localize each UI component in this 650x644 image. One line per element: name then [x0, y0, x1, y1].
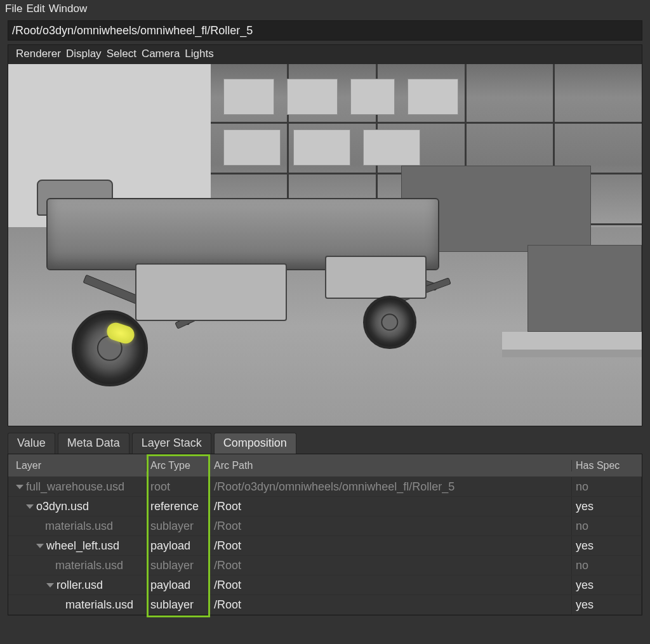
cell-has-spec: yes: [572, 497, 642, 516]
viewport-menubar: Renderer Display Select Camera Lights: [8, 45, 642, 64]
cell-arc-path: /Root: [210, 536, 572, 555]
table-row[interactable]: full_warehouse.usdroot/Root/o3dyn/omniwh…: [8, 477, 642, 497]
table-row[interactable]: materials.usdsublayer/Rootno: [8, 516, 642, 536]
disclosure-icon[interactable]: [36, 544, 44, 548]
cell-arc-type: payload: [147, 536, 210, 555]
cell-layer: full_warehouse.usd: [8, 477, 147, 496]
cell-arc-path: /Root: [210, 497, 572, 516]
cell-arc-path: /Root/o3dyn/omniwheels/omniwheel_fl/Roll…: [210, 477, 572, 496]
menu-file[interactable]: File: [5, 3, 22, 15]
vp-menu-camera[interactable]: Camera: [142, 48, 180, 60]
disclosure-icon[interactable]: [46, 583, 54, 588]
cell-layer: o3dyn.usd: [8, 497, 147, 516]
cell-layer: materials.usd: [8, 595, 147, 614]
col-arc-type[interactable]: Arc Type: [147, 460, 210, 471]
viewport-3d[interactable]: [8, 64, 642, 426]
cell-has-spec: yes: [572, 575, 642, 595]
tab-meta-data[interactable]: Meta Data: [58, 433, 129, 454]
cell-arc-path: /Root: [210, 556, 572, 575]
main-menubar: File Edit Window: [0, 0, 650, 19]
col-layer[interactable]: Layer: [8, 460, 147, 471]
col-has-spec[interactable]: Has Spec: [572, 460, 642, 471]
layer-name: o3dyn.usd: [36, 500, 89, 513]
layer-name: wheel_left.usd: [46, 539, 119, 553]
cell-has-spec: yes: [572, 536, 642, 555]
vp-menu-lights[interactable]: Lights: [185, 48, 213, 60]
cell-layer: materials.usd: [8, 556, 147, 575]
table-body: full_warehouse.usdroot/Root/o3dyn/omniwh…: [8, 477, 642, 615]
disclosure-icon[interactable]: [16, 485, 23, 489]
composition-table: Layer Arc Type Arc Path Has Spec full_wa…: [8, 454, 642, 615]
table-header: Layer Arc Type Arc Path Has Spec: [8, 454, 642, 477]
table-row[interactable]: materials.usdsublayer/Rootyes: [8, 595, 642, 615]
layer-name: materials.usd: [55, 559, 123, 572]
menu-window[interactable]: Window: [49, 3, 87, 15]
table-row[interactable]: materials.usdsublayer/Rootno: [8, 556, 642, 575]
cell-layer: wheel_left.usd: [8, 536, 147, 555]
cell-has-spec: no: [572, 516, 642, 536]
cell-has-spec: no: [572, 556, 642, 575]
cell-arc-type: payload: [147, 575, 210, 595]
cell-arc-path: /Root: [210, 516, 572, 536]
tab-value[interactable]: Value: [8, 433, 55, 454]
cell-arc-type: reference: [147, 497, 210, 516]
cell-has-spec: no: [572, 477, 642, 496]
tab-composition[interactable]: Composition: [214, 433, 296, 454]
vp-menu-renderer[interactable]: Renderer: [16, 48, 61, 60]
cell-arc-path: /Root: [210, 575, 572, 595]
inspector-tabs: Value Meta Data Layer Stack Composition: [8, 433, 642, 454]
menu-edit[interactable]: Edit: [26, 3, 44, 15]
tab-layer-stack[interactable]: Layer Stack: [132, 433, 211, 454]
cell-arc-type: sublayer: [147, 516, 210, 536]
vp-menu-display[interactable]: Display: [66, 48, 102, 60]
vp-menu-select[interactable]: Select: [107, 48, 136, 60]
cell-layer: roller.usd: [8, 575, 147, 595]
layer-name: full_warehouse.usd: [26, 480, 124, 494]
cell-has-spec: yes: [572, 595, 642, 614]
cell-arc-type: sublayer: [147, 556, 210, 575]
viewport-panel: Renderer Display Select Camera Lights: [8, 44, 642, 426]
cell-arc-path: /Root: [210, 595, 572, 614]
prim-path-text: /Root/o3dyn/omniwheels/omniwheel_fl/Roll…: [12, 24, 253, 37]
cell-arc-type: sublayer: [147, 595, 210, 614]
cell-layer: materials.usd: [8, 516, 147, 536]
prim-path-field[interactable]: /Root/o3dyn/omniwheels/omniwheel_fl/Roll…: [8, 20, 642, 41]
layer-name: roller.usd: [56, 579, 103, 592]
layer-name: materials.usd: [45, 520, 113, 533]
disclosure-icon[interactable]: [26, 504, 34, 509]
table-row[interactable]: wheel_left.usdpayload/Rootyes: [8, 536, 642, 556]
table-row[interactable]: o3dyn.usdreference/Rootyes: [8, 497, 642, 516]
cell-arc-type: root: [147, 477, 210, 496]
table-row[interactable]: roller.usdpayload/Rootyes: [8, 575, 642, 595]
layer-name: materials.usd: [65, 598, 133, 612]
col-arc-path[interactable]: Arc Path: [210, 460, 572, 471]
